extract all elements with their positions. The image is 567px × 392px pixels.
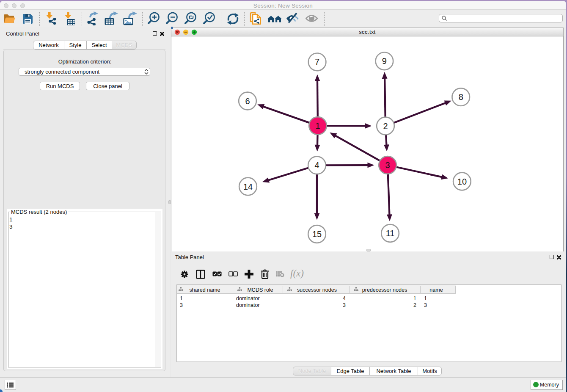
svg-text:4: 4 xyxy=(314,160,319,170)
svg-text:6: 6 xyxy=(245,97,250,106)
svg-text:14: 14 xyxy=(243,182,253,191)
svg-text:2: 2 xyxy=(383,121,388,131)
svg-text:10: 10 xyxy=(457,177,467,186)
svg-text:8: 8 xyxy=(459,92,463,102)
svg-text:7: 7 xyxy=(315,57,319,66)
svg-text:9: 9 xyxy=(382,56,387,66)
svg-text:1: 1 xyxy=(315,121,320,130)
svg-text:15: 15 xyxy=(312,229,322,239)
svg-text:3: 3 xyxy=(385,160,390,170)
svg-text:11: 11 xyxy=(386,229,395,238)
